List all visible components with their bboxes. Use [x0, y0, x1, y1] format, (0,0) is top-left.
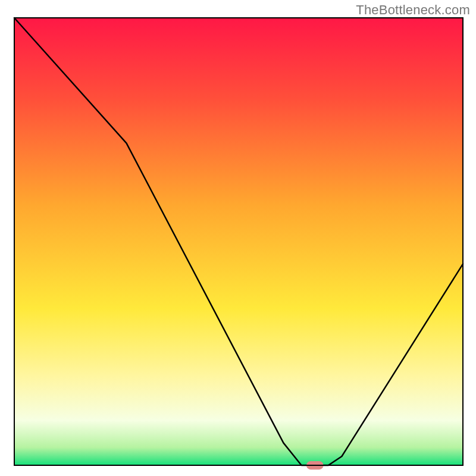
watermark-text: TheBottleneck.com [356, 2, 470, 18]
bottleneck-chart [0, 0, 476, 476]
plot-area [14, 18, 463, 465]
